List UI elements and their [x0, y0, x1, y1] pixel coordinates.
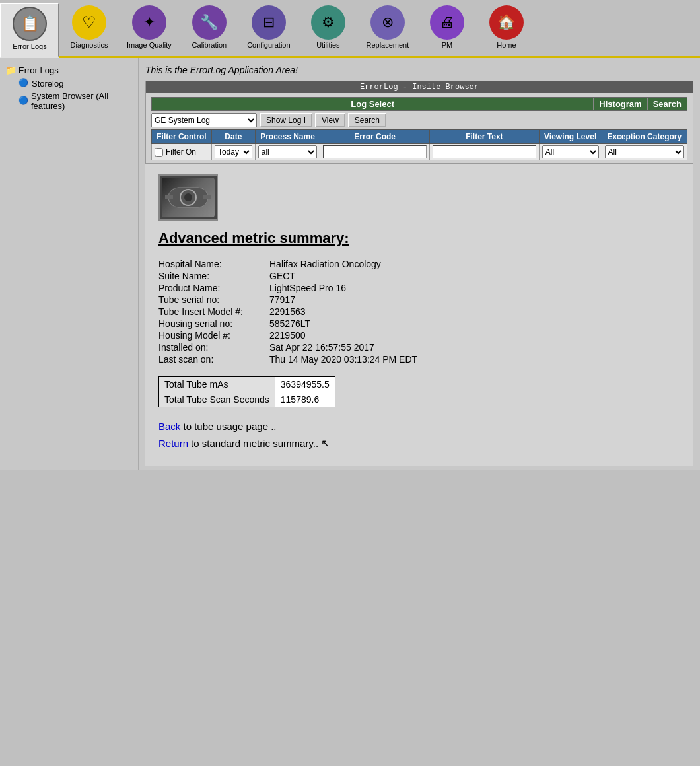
nav-error-logs[interactable]: 📋 Error Logs: [0, 3, 59, 58]
pm-icon: 🖨: [430, 5, 464, 40]
log-select-histogram: Histogram: [594, 98, 647, 110]
filter-date-select[interactable]: Today: [215, 145, 252, 158]
info-value-4: 2291563: [269, 306, 680, 317]
info-value-7: Sat Apr 22 16:57:55 2017: [269, 342, 680, 353]
nav-error-logs-label: Error Logs: [13, 42, 46, 50]
sidebar: 📁 Error Logs 🔵 Storelog 🔵 System Browser…: [0, 58, 139, 470]
info-label-1: Suite Name:: [158, 271, 264, 281]
window-title-bar: ErrorLog - Insite_Browser: [146, 81, 693, 93]
window-panel: ErrorLog - Insite_Browser Log Select His…: [145, 81, 693, 164]
filter-col-filter-text: Filter Text: [430, 130, 540, 144]
filter-text-cell: [430, 144, 540, 160]
info-value-8: Thu 14 May 2020 03:13:24 PM EDT: [269, 354, 680, 365]
error-logs-icon: 📋: [13, 7, 47, 41]
info-label-4: Tube Insert Model #:: [158, 306, 264, 317]
view-button[interactable]: View: [315, 113, 345, 127]
metrics-table: Total Tube mAs 36394955.5 Total Tube Sca…: [158, 376, 335, 407]
back-link-rest: to tube usage page ..: [180, 421, 276, 432]
main-area: 📁 Error Logs 🔵 Storelog 🔵 System Browser…: [0, 58, 700, 470]
machine-image: [158, 174, 218, 221]
svg-rect-3: [165, 195, 173, 199]
nav-replacement[interactable]: ⊗ Replacement: [358, 3, 417, 56]
log-select-header: Log Select Histogram Search: [151, 97, 687, 111]
filter-process-select[interactable]: all: [258, 145, 318, 158]
info-grid: Hospital Name: Halifax Radiation Oncolog…: [158, 259, 680, 365]
sidebar-error-logs-label: Error Logs: [18, 65, 59, 75]
doc-icon-system-browser: 🔵: [18, 96, 28, 106]
configuration-icon: ⊟: [252, 5, 286, 40]
nav-pm[interactable]: 🖨 PM: [417, 3, 477, 56]
filter-viewing-level-select[interactable]: All: [542, 145, 599, 158]
cursor-indicator: ↖: [321, 437, 330, 450]
filter-col-date: Date: [211, 130, 255, 144]
machine-image-inner: [162, 178, 215, 217]
nav-calibration-label: Calibration: [192, 41, 227, 49]
log-select-title: Log Select: [152, 98, 594, 110]
folder-icon: 📁: [5, 65, 16, 75]
metric-label-0: Total Tube mAs: [159, 377, 275, 392]
metric-value-1: 115789.6: [275, 392, 335, 407]
nav-pm-label: PM: [442, 41, 453, 49]
nav-replacement-label: Replacement: [366, 41, 409, 49]
doc-icon-storelog: 🔵: [18, 78, 29, 88]
filter-col-control: Filter Control: [152, 130, 212, 144]
ct-scanner-svg: [165, 181, 211, 214]
home-icon: 🏠: [489, 5, 524, 40]
info-value-2: LightSpeed Pro 16: [269, 283, 680, 293]
info-label-7: Installed on:: [158, 342, 264, 353]
filter-col-viewing-level: Viewing Level: [539, 130, 602, 144]
return-link-container: Return to standard metric summary.. ↖: [158, 437, 680, 450]
filter-error-code-input[interactable]: [323, 145, 427, 158]
info-label-0: Hospital Name:: [158, 259, 264, 269]
log-select-area: Log Select Histogram Search GE System Lo…: [146, 93, 693, 163]
sidebar-item-system-browser[interactable]: 🔵 System Browser (All features): [3, 90, 135, 112]
filter-text-input[interactable]: [433, 145, 536, 158]
filter-error-code-cell: [320, 144, 430, 160]
filter-viewing-level-cell: All: [539, 144, 602, 160]
info-value-6: 2219500: [269, 330, 680, 341]
sidebar-system-browser-label: System Browser (All features): [31, 91, 133, 111]
svg-rect-4: [203, 195, 211, 199]
calibration-icon: 🔧: [192, 5, 227, 40]
filter-control-cell: Filter On: [152, 144, 212, 160]
nav-utilities[interactable]: ⚙ Utilities: [298, 3, 358, 56]
app-area-text: This is the ErrorLog Application Area!: [145, 62, 693, 81]
filter-exception-category-cell: All: [602, 144, 687, 160]
info-value-0: Halifax Radiation Oncology: [269, 259, 680, 269]
image-quality-icon: ✦: [132, 5, 166, 40]
return-link[interactable]: Return: [158, 438, 188, 449]
filter-table: Filter Control Date Process Name Error C…: [151, 129, 687, 160]
content-below: Advanced metric summary: Hospital Name: …: [145, 164, 693, 466]
nav-diagnostics-label: Diagnostics: [71, 41, 108, 49]
nav-diagnostics[interactable]: ♡ Diagnostics: [59, 3, 119, 56]
log-select-search-header: Search: [648, 98, 687, 110]
filter-process-cell: all: [255, 144, 320, 160]
filter-on-checkbox[interactable]: [155, 148, 163, 157]
log-controls: GE System Log Show Log I View Search: [151, 111, 687, 129]
return-link-rest: to standard metric summary..: [191, 438, 318, 449]
nav-home[interactable]: 🏠 Home: [477, 3, 536, 56]
nav-image-quality-label: Image Quality: [127, 41, 172, 49]
page-title: Advanced metric summary:: [158, 230, 680, 247]
replacement-icon: ⊗: [370, 5, 405, 40]
nav-calibration[interactable]: 🔧 Calibration: [180, 3, 239, 56]
filter-exception-category-select[interactable]: All: [605, 145, 684, 158]
back-link[interactable]: Back: [158, 421, 180, 432]
search-button[interactable]: Search: [348, 113, 386, 127]
sidebar-item-storelog[interactable]: 🔵 Storelog: [3, 77, 135, 90]
link-section: Back to tube usage page .. Return to sta…: [158, 421, 680, 450]
nav-image-quality[interactable]: ✦ Image Quality: [119, 3, 180, 56]
nav-configuration[interactable]: ⊟ Configuration: [239, 3, 298, 56]
info-label-2: Product Name:: [158, 283, 264, 293]
info-value-3: 77917: [269, 295, 680, 305]
info-label-6: Housing Model #:: [158, 330, 264, 341]
filter-on-label: Filter On: [155, 147, 209, 157]
back-link-container: Back to tube usage page ..: [158, 421, 680, 432]
log-select-dropdown[interactable]: GE System Log: [151, 113, 257, 127]
sidebar-item-error-logs[interactable]: 📁 Error Logs: [3, 63, 135, 77]
info-label-5: Housing serial no:: [158, 318, 264, 329]
nav-bar: 📋 Error Logs ♡ Diagnostics ✦ Image Quali…: [0, 0, 700, 58]
filter-col-exception-category: Exception Category: [602, 130, 687, 144]
metric-value-0: 36394955.5: [275, 377, 335, 392]
show-log-button[interactable]: Show Log I: [260, 113, 312, 127]
